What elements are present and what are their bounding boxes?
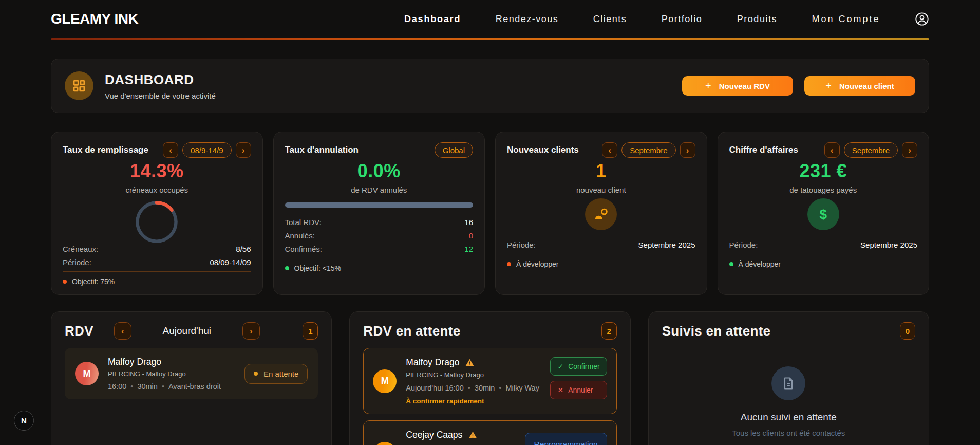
nav-item-produits[interactable]: Produits: [737, 14, 777, 25]
stat-card-nouveaux-clients: Nouveaux clients ‹ Septembre › 1 nouveau…: [495, 132, 707, 295]
user-account-icon[interactable]: [915, 12, 929, 26]
cancel-rate-caption: de RDV annulés: [285, 186, 474, 194]
row-label: Période:: [729, 240, 758, 249]
client-name: Malfoy Drago: [108, 357, 235, 367]
month-pill[interactable]: Septembre: [621, 142, 675, 158]
appointment-meta: Aujourd'hui 16:00•30min•Milky Way: [406, 384, 541, 392]
pending-count-badge: 2: [601, 322, 617, 340]
nav-item-rendez-vous[interactable]: Rendez-vous: [496, 14, 559, 25]
new-clients-caption: nouveau client: [507, 186, 695, 194]
suivis-en-attente-card: Suivis en attente 0 Aucun suivi en atten…: [648, 311, 929, 445]
row-label: Période:: [507, 240, 536, 249]
stats-grid: Taux de remplissage ‹ 08/9-14/9 › 14.3% …: [51, 132, 929, 295]
page-subtitle: Vue d'ensemble de votre activité: [105, 91, 216, 100]
followups-title: Suivis en attente: [662, 323, 771, 339]
pending-item[interactable]: M Malfoy Drago PIERCING - Malfoy Drago A…: [363, 348, 616, 414]
nav-item-clients[interactable]: Clients: [593, 14, 627, 25]
row-value: 16: [464, 218, 473, 227]
prev-month-button[interactable]: ‹: [602, 142, 617, 158]
pending-title: RDV en attente: [363, 323, 460, 339]
stat-card-chiffre-affaires: Chiffre d'affaires ‹ Septembre › 231 € d…: [718, 132, 930, 295]
month-pill[interactable]: Septembre: [844, 142, 898, 158]
row-value: Septembre 2025: [860, 240, 917, 249]
stat-card-taux-remplissage: Taux de remplissage ‹ 08/9-14/9 › 14.3% …: [51, 132, 263, 295]
plus-icon: +: [825, 81, 832, 91]
new-client-button[interactable]: +Nouveau client: [804, 76, 915, 96]
stat-title: Taux de remplissage: [63, 145, 148, 155]
nav-item-mon-compte[interactable]: Mon Compte: [812, 14, 880, 25]
followups-count-badge: 0: [900, 322, 915, 340]
avatar: M: [373, 369, 397, 393]
plus-icon: +: [705, 81, 711, 91]
reschedule-button[interactable]: Reprogrammation: [525, 433, 607, 445]
x-icon: ✕: [557, 386, 563, 394]
stat-title: Nouveaux clients: [507, 145, 579, 155]
rdv-day-label: Aujourd'hui: [163, 325, 211, 337]
top-nav: GLEAMY INK Dashboard Rendez-vous Clients…: [51, 0, 929, 38]
appointment-subtitle: PIERCING - Malfoy Drago: [108, 370, 235, 378]
warning-icon: [468, 431, 477, 439]
row-label: Créneaux:: [63, 245, 98, 253]
nav-accent-bar: [51, 38, 929, 40]
dashboard-icon: [65, 71, 93, 100]
dashboard-header-card: DASHBOARD Vue d'ensemble de votre activi…: [51, 59, 929, 113]
confirm-alert-text: À confirmer rapidement: [406, 397, 541, 405]
rdv-count-badge: 1: [303, 322, 318, 340]
empty-state-subtitle: Tous les clients ont été contactés: [732, 429, 845, 437]
avatar: C: [373, 442, 397, 445]
rdv-card: RDV ‹ Aujourd'hui › 1 M Malfoy Drago PIE…: [51, 311, 332, 445]
row-label: Confirmés:: [285, 245, 323, 253]
global-scope-pill[interactable]: Global: [435, 142, 473, 158]
new-client-icon: [585, 198, 617, 230]
confirm-button[interactable]: ✓Confirmer: [550, 357, 607, 376]
next-day-button[interactable]: ›: [242, 322, 260, 340]
bottom-grid: RDV ‹ Aujourd'hui › 1 M Malfoy Drago PIE…: [51, 311, 929, 445]
cancel-rate-value: 0.0%: [285, 160, 474, 182]
cancel-button[interactable]: ✕Annuler: [550, 381, 607, 399]
row-value: 12: [464, 245, 473, 253]
objective-label: Objectif: 75%: [72, 277, 115, 286]
pending-item[interactable]: C Ceejay Caaps faazrrz Reprogrammation: [363, 420, 616, 445]
next-month-button[interactable]: ›: [680, 142, 695, 158]
appointment-item[interactable]: M Malfoy Drago PIERCING - Malfoy Drago 1…: [65, 348, 318, 399]
rdv-en-attente-card: RDV en attente 2 M Malfoy Drago PIERCING…: [349, 311, 630, 445]
row-value: 8/56: [236, 245, 251, 253]
empty-state-title: Aucun suivi en attente: [741, 412, 837, 423]
avatar: M: [75, 362, 99, 385]
row-value: 0: [469, 231, 473, 240]
document-icon: [771, 366, 805, 400]
week-range-pill[interactable]: 08/9-14/9: [182, 142, 231, 158]
floating-n-button[interactable]: N: [14, 411, 34, 431]
prev-day-button[interactable]: ‹: [114, 322, 131, 340]
client-name: Malfoy Drago: [406, 357, 459, 368]
dollar-icon: $: [807, 198, 839, 230]
new-rdv-button[interactable]: +Nouveau RDV: [682, 76, 793, 96]
nav-item-portfolio[interactable]: Portfolio: [662, 14, 703, 25]
nav-links: Dashboard Rendez-vous Clients Portfolio …: [404, 12, 929, 26]
brand-logo[interactable]: GLEAMY INK: [51, 11, 138, 27]
status-dot: [254, 372, 258, 376]
next-week-button[interactable]: ›: [236, 142, 251, 158]
objective-dot: [285, 266, 289, 270]
stat-card-taux-annulation: Taux d'annulation Global 0.0% de RDV ann…: [273, 132, 485, 295]
objective-label: À développer: [516, 260, 559, 268]
fill-rate-value: 14.3%: [63, 160, 251, 182]
prev-month-button[interactable]: ‹: [824, 142, 840, 158]
rdv-title: RDV: [65, 323, 93, 339]
fill-rate-caption: créneaux occupés: [63, 186, 251, 194]
objective-dot: [729, 262, 733, 266]
nav-item-dashboard[interactable]: Dashboard: [404, 14, 461, 25]
cancel-rate-progressbar: [285, 202, 474, 208]
warning-icon: [465, 358, 474, 367]
stat-title: Taux d'annulation: [285, 145, 359, 155]
objective-dot: [63, 280, 67, 284]
status-badge-en-attente: En attente: [244, 364, 308, 384]
prev-week-button[interactable]: ‹: [163, 142, 178, 158]
stat-title: Chiffre d'affaires: [729, 145, 798, 155]
appointment-meta: 16:00•30min•Avant-bras droit: [108, 382, 235, 391]
fill-rate-donut: [63, 199, 251, 245]
row-value: Septembre 2025: [638, 240, 695, 249]
next-month-button[interactable]: ›: [902, 142, 917, 158]
check-icon: ✓: [557, 362, 563, 370]
appointment-subtitle: PIERCING - Malfoy Drago: [406, 371, 541, 379]
